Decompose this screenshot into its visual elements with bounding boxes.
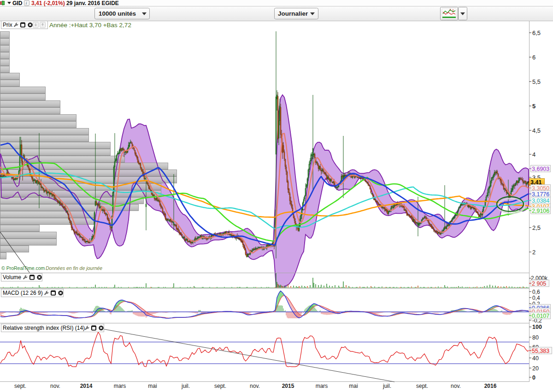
svg-text:2 905: 2 905: [532, 281, 546, 287]
svg-text:6,5: 6,5: [532, 29, 541, 36]
svg-text:2014: 2014: [80, 383, 93, 389]
svg-text:3,1776: 3,1776: [532, 191, 549, 198]
svg-text:0,0107: 0,0107: [532, 313, 549, 319]
svg-text:0,4: 0,4: [532, 295, 540, 301]
svg-text:55,383: 55,383: [532, 348, 549, 354]
svg-text:mai: mai: [148, 383, 157, 389]
svg-text:Volume: Volume: [3, 274, 21, 281]
svg-text:mars: mars: [316, 383, 328, 389]
svg-text:Année :+Haut 3,70 +Bas 2,72: Année :+Haut 3,70 +Bas 2,72: [49, 22, 131, 29]
svg-text:2015: 2015: [282, 383, 294, 389]
svg-text:nov.: nov.: [250, 383, 260, 389]
svg-text:2: 2: [532, 249, 535, 256]
svg-text:sept.: sept.: [416, 383, 428, 389]
svg-text:2016: 2016: [484, 383, 497, 389]
svg-text:6: 6: [532, 54, 535, 61]
svg-text:© ProRealTime.com: © ProRealTime.com: [1, 265, 45, 271]
svg-text:2,9106: 2,9106: [532, 208, 549, 214]
svg-text:5,5: 5,5: [532, 78, 541, 85]
svg-text:Prix: Prix: [3, 22, 12, 28]
svg-text:3,6903: 3,6903: [532, 166, 549, 172]
svg-text:GID: GID: [12, 0, 23, 6]
svg-text:40: 40: [532, 355, 539, 362]
svg-text:Relative strength index (RSI): Relative strength index (RSI) (14): [3, 325, 85, 331]
svg-text:mai: mai: [349, 383, 358, 389]
svg-text:10000 unités: 10000 unités: [99, 10, 136, 17]
svg-text:4,5: 4,5: [532, 127, 541, 134]
svg-text:100: 100: [532, 324, 542, 330]
svg-text:3,41 (-2,01%): 3,41 (-2,01%): [31, 0, 65, 6]
svg-text:2,5: 2,5: [532, 224, 541, 231]
svg-text:Journalier: Journalier: [278, 10, 308, 17]
svg-text:0,6: 0,6: [532, 289, 540, 295]
svg-text:29 janv. 2016 EGIDE: 29 janv. 2016 EGIDE: [66, 0, 119, 6]
svg-text:sept.: sept.: [14, 383, 26, 389]
svg-text:MACD (12 26 9): MACD (12 26 9): [3, 290, 43, 296]
svg-text:20: 20: [532, 365, 539, 372]
svg-text:5: 5: [532, 103, 535, 110]
svg-text:nov.: nov.: [451, 383, 461, 389]
svg-text:0: 0: [532, 374, 535, 381]
svg-text:sept.: sept.: [214, 383, 226, 389]
svg-text:nov.: nov.: [50, 383, 60, 389]
svg-text:mars: mars: [114, 383, 126, 389]
svg-text:juil.: juil.: [181, 383, 190, 389]
svg-text:Données en fin de journée: Données en fin de journée: [46, 265, 102, 271]
svg-text:4: 4: [532, 151, 535, 158]
svg-text:juil.: juil.: [382, 383, 391, 389]
svg-text:80: 80: [532, 334, 539, 341]
svg-text:3,0384: 3,0384: [532, 198, 549, 204]
